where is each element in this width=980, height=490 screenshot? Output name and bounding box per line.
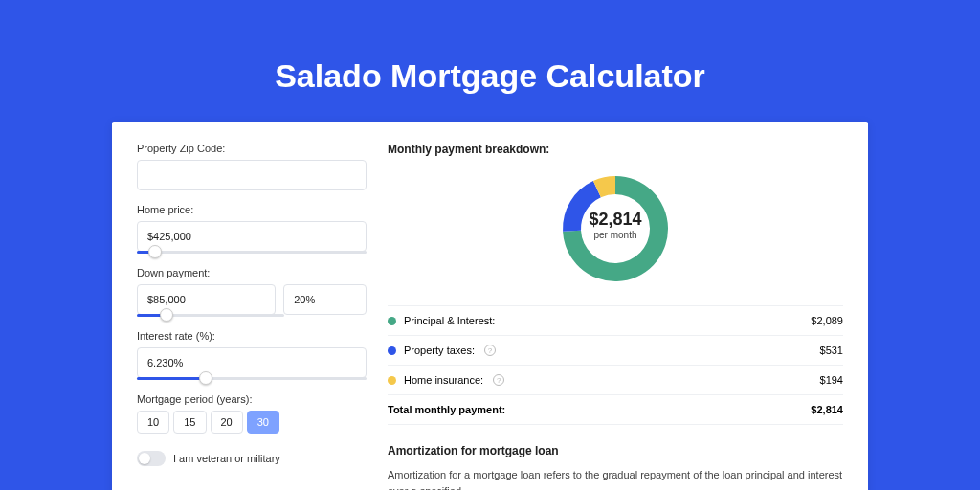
down-payment-label: Down payment: xyxy=(137,267,367,278)
period-field-group: Mortgage period (years): 10152030 xyxy=(137,393,367,434)
breakdown-item-label: Property taxes: xyxy=(404,345,475,356)
page-title: Salado Mortgage Calculator xyxy=(0,0,980,122)
home-price-slider[interactable] xyxy=(137,251,367,254)
interest-slider-thumb[interactable] xyxy=(199,371,212,385)
down-payment-pct-input[interactable] xyxy=(283,284,367,315)
interest-slider-fill xyxy=(137,377,206,380)
breakdown-item-value: $531 xyxy=(820,345,843,356)
info-icon[interactable]: ? xyxy=(484,345,496,356)
legend-dot-icon xyxy=(388,346,396,355)
period-label: Mortgage period (years): xyxy=(137,393,367,405)
interest-slider[interactable] xyxy=(137,377,367,380)
breakdown-heading: Monthly payment breakdown: xyxy=(388,143,843,156)
veteran-toggle-row: I am veteran or military xyxy=(137,451,367,466)
calculator-card: Property Zip Code: Home price: Down paym… xyxy=(112,122,868,490)
down-payment-slider-thumb[interactable] xyxy=(160,308,173,322)
home-price-field-group: Home price: xyxy=(137,204,367,254)
breakdown-item-value: $194 xyxy=(820,374,843,386)
down-payment-field-group: Down payment: xyxy=(137,267,367,317)
breakdown-item-value: $2,089 xyxy=(811,315,843,326)
donut-chart: $2,814 per month xyxy=(558,171,673,286)
period-button-group: 10152030 xyxy=(137,411,367,434)
breakdown-list: Principal & Interest:$2,089Property taxe… xyxy=(388,305,843,425)
veteran-label: I am veteran or military xyxy=(173,453,280,464)
period-button-20[interactable]: 20 xyxy=(211,411,243,434)
zip-field-group: Property Zip Code: xyxy=(137,143,367,190)
interest-input[interactable] xyxy=(137,347,367,378)
down-payment-amount-input[interactable] xyxy=(137,284,276,315)
inputs-column: Property Zip Code: Home price: Down paym… xyxy=(137,143,367,490)
down-payment-slider[interactable] xyxy=(137,314,284,317)
donut-center-amount: $2,814 xyxy=(587,210,644,230)
legend-dot-icon xyxy=(388,317,396,325)
home-price-slider-thumb[interactable] xyxy=(148,245,162,258)
info-icon[interactable]: ? xyxy=(493,374,504,386)
zip-input[interactable] xyxy=(137,160,367,190)
period-button-30[interactable]: 30 xyxy=(247,411,279,434)
breakdown-total-value: $2,814 xyxy=(811,404,843,415)
breakdown-row: Principal & Interest:$2,089 xyxy=(388,306,843,336)
breakdown-row: Property taxes:?$531 xyxy=(388,336,843,366)
breakdown-row: Home insurance:?$194 xyxy=(388,366,843,395)
interest-field-group: Interest rate (%): xyxy=(137,330,367,380)
breakdown-item-label: Home insurance: xyxy=(404,374,483,386)
amortization-text: Amortization for a mortgage loan refers … xyxy=(388,467,843,490)
legend-dot-icon xyxy=(388,376,396,385)
period-button-10[interactable]: 10 xyxy=(137,411,169,434)
breakdown-item-label: Principal & Interest: xyxy=(404,315,495,326)
breakdown-total-label: Total monthly payment: xyxy=(388,404,505,415)
donut-center-sub: per month xyxy=(587,230,644,240)
home-price-input[interactable] xyxy=(137,221,367,252)
veteran-toggle[interactable] xyxy=(137,451,166,466)
zip-label: Property Zip Code: xyxy=(137,143,367,154)
amortization-heading: Amortization for mortgage loan xyxy=(388,444,843,457)
results-column: Monthly payment breakdown: $2,814 per mo… xyxy=(367,143,843,490)
donut-chart-wrap: $2,814 per month xyxy=(388,171,843,286)
home-price-label: Home price: xyxy=(137,204,367,215)
period-button-15[interactable]: 15 xyxy=(173,411,206,434)
interest-label: Interest rate (%): xyxy=(137,330,367,342)
breakdown-total-row: Total monthly payment:$2,814 xyxy=(388,395,843,425)
